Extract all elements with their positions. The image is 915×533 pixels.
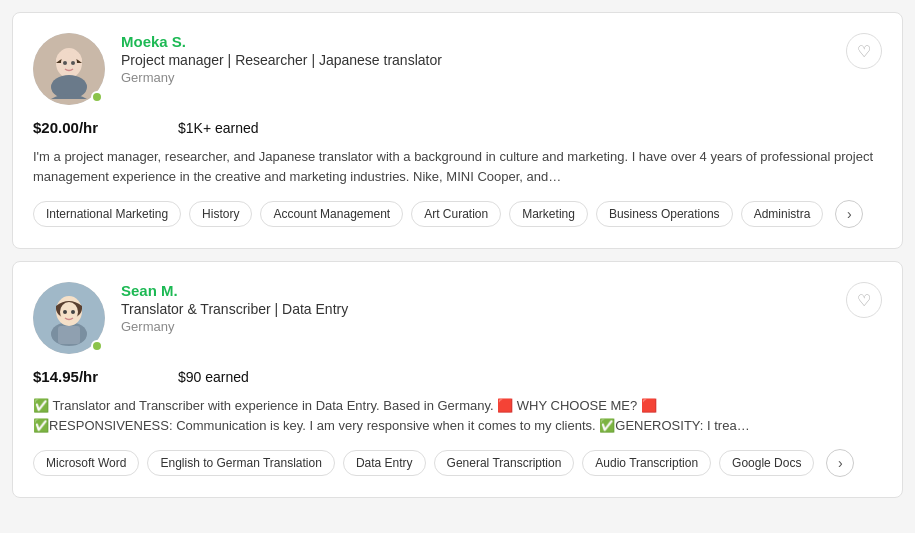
rate-value: $20.00/hr	[33, 119, 98, 136]
stats-row: $20.00/hr $1K+ earned	[33, 119, 882, 137]
card-sean: Sean M. Translator & Transcriber | Data …	[12, 261, 903, 498]
hourly-rate: $20.00/hr	[33, 119, 98, 137]
profile-info: Sean M. Translator & Transcriber | Data …	[121, 282, 348, 334]
earned-value: $1K+ earned	[178, 120, 259, 136]
rate-value: $14.95/hr	[33, 368, 98, 385]
bio-text: ✅ Translator and Transcriber with experi…	[33, 396, 882, 435]
skill-tag[interactable]: Art Curation	[411, 201, 501, 227]
skill-tag[interactable]: Data Entry	[343, 450, 426, 476]
skill-tag[interactable]: English to German Translation	[147, 450, 334, 476]
tags-row: Microsoft WordEnglish to German Translat…	[33, 449, 882, 477]
card-moeka: Moeka S. Project manager | Researcher | …	[12, 12, 903, 249]
profile-left: Moeka S. Project manager | Researcher | …	[33, 33, 442, 105]
svg-point-4	[63, 61, 67, 65]
avatar-wrap	[33, 33, 105, 105]
skill-tag[interactable]: Marketing	[509, 201, 588, 227]
card-header: Moeka S. Project manager | Researcher | …	[33, 33, 882, 105]
more-tags-button[interactable]: ›	[835, 200, 863, 228]
more-tags-button[interactable]: ›	[826, 449, 854, 477]
profile-location: Germany	[121, 70, 442, 85]
profile-info: Moeka S. Project manager | Researcher | …	[121, 33, 442, 85]
skill-tag[interactable]: Microsoft Word	[33, 450, 139, 476]
skill-tag[interactable]: Business Operations	[596, 201, 733, 227]
skill-tag[interactable]: International Marketing	[33, 201, 181, 227]
svg-point-11	[63, 310, 67, 314]
favorite-button[interactable]: ♡	[846, 282, 882, 318]
favorite-button[interactable]: ♡	[846, 33, 882, 69]
online-indicator	[91, 91, 103, 103]
svg-rect-13	[58, 326, 80, 344]
stats-row: $14.95/hr $90 earned	[33, 368, 882, 386]
skill-tag[interactable]: General Transcription	[434, 450, 575, 476]
bio-text: I'm a project manager, researcher, and J…	[33, 147, 882, 186]
profile-title: Translator & Transcriber | Data Entry	[121, 301, 348, 317]
profile-name[interactable]: Sean M.	[121, 282, 348, 299]
earnings: $90 earned	[178, 368, 249, 386]
tags-row: International MarketingHistoryAccount Ma…	[33, 200, 882, 228]
profile-title: Project manager | Researcher | Japanese …	[121, 52, 442, 68]
profile-name[interactable]: Moeka S.	[121, 33, 442, 50]
avatar-wrap	[33, 282, 105, 354]
skill-tag[interactable]: Account Management	[260, 201, 403, 227]
skill-tag[interactable]: Administra	[741, 201, 824, 227]
profile-location: Germany	[121, 319, 348, 334]
earnings: $1K+ earned	[178, 119, 259, 137]
skill-tag[interactable]: Audio Transcription	[582, 450, 711, 476]
skill-tag[interactable]: History	[189, 201, 252, 227]
svg-point-5	[71, 61, 75, 65]
svg-point-12	[71, 310, 75, 314]
online-indicator	[91, 340, 103, 352]
hourly-rate: $14.95/hr	[33, 368, 98, 386]
skill-tag[interactable]: Google Docs	[719, 450, 814, 476]
earned-value: $90 earned	[178, 369, 249, 385]
card-header: Sean M. Translator & Transcriber | Data …	[33, 282, 882, 354]
profile-left: Sean M. Translator & Transcriber | Data …	[33, 282, 348, 354]
